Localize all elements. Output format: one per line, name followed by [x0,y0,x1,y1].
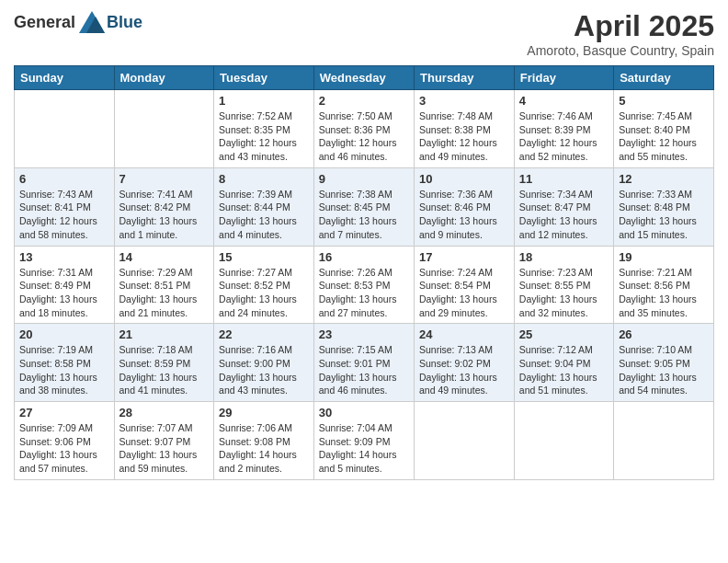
col-sunday: Sunday [15,66,115,90]
title-section: April 2025 Amoroto, Basque Country, Spai… [527,9,714,58]
day-info: Sunrise: 7:19 AMSunset: 8:58 PMDaylight:… [19,343,109,397]
day-number: 17 [419,250,509,264]
table-row: 12Sunrise: 7:33 AMSunset: 8:48 PMDayligh… [614,167,714,246]
day-number: 15 [219,250,309,264]
day-info: Sunrise: 7:09 AMSunset: 9:06 PMDaylight:… [19,421,109,476]
day-info: Sunrise: 7:18 AMSunset: 8:59 PMDaylight:… [119,343,210,397]
calendar-week-row: 13Sunrise: 7:31 AMSunset: 8:49 PMDayligh… [15,246,714,324]
day-number: 5 [619,94,709,108]
day-number: 16 [319,250,409,264]
table-row [114,90,214,168]
table-row: 27Sunrise: 7:09 AMSunset: 9:06 PMDayligh… [15,402,115,480]
calendar-week-row: 20Sunrise: 7:19 AMSunset: 8:58 PMDayligh… [15,324,714,402]
table-row: 28Sunrise: 7:07 AMSunset: 9:07 PMDayligh… [114,402,214,480]
calendar-week-row: 6Sunrise: 7:43 AMSunset: 8:41 PMDaylight… [15,167,714,246]
day-number: 23 [319,327,409,341]
day-number: 8 [219,172,309,186]
day-number: 3 [419,94,509,108]
col-saturday: Saturday [614,66,714,90]
day-info: Sunrise: 7:27 AMSunset: 8:52 PMDaylight:… [219,266,309,320]
day-info: Sunrise: 7:04 AMSunset: 9:09 PMDaylight:… [319,421,409,476]
table-row: 1Sunrise: 7:52 AMSunset: 8:35 PMDaylight… [214,90,314,168]
day-info: Sunrise: 7:13 AMSunset: 9:02 PMDaylight:… [419,343,509,397]
day-info: Sunrise: 7:07 AMSunset: 9:07 PMDaylight:… [119,421,210,476]
day-info: Sunrise: 7:29 AMSunset: 8:51 PMDaylight:… [119,266,210,320]
calendar-week-row: 27Sunrise: 7:09 AMSunset: 9:06 PMDayligh… [15,402,714,480]
calendar-week-row: 1Sunrise: 7:52 AMSunset: 8:35 PMDaylight… [15,90,714,168]
day-info: Sunrise: 7:50 AMSunset: 8:36 PMDaylight:… [319,109,409,164]
col-thursday: Thursday [415,66,515,90]
day-info: Sunrise: 7:39 AMSunset: 8:44 PMDaylight:… [219,188,309,242]
calendar-table: Sunday Monday Tuesday Wednesday Thursday… [14,65,714,480]
table-row: 14Sunrise: 7:29 AMSunset: 8:51 PMDayligh… [114,246,214,324]
day-info: Sunrise: 7:43 AMSunset: 8:41 PMDaylight:… [19,188,109,242]
calendar-header-row: Sunday Monday Tuesday Wednesday Thursday… [15,66,714,90]
day-number: 26 [619,327,709,341]
day-info: Sunrise: 7:45 AMSunset: 8:40 PMDaylight:… [619,109,709,164]
day-info: Sunrise: 7:21 AMSunset: 8:56 PMDaylight:… [619,266,709,320]
table-row: 23Sunrise: 7:15 AMSunset: 9:01 PMDayligh… [313,324,414,402]
day-number: 13 [19,250,109,264]
table-row: 13Sunrise: 7:31 AMSunset: 8:49 PMDayligh… [15,246,115,324]
day-number: 24 [419,327,509,341]
day-info: Sunrise: 7:52 AMSunset: 8:35 PMDaylight:… [219,109,309,164]
day-info: Sunrise: 7:41 AMSunset: 8:42 PMDaylight:… [119,188,210,242]
table-row: 30Sunrise: 7:04 AMSunset: 9:09 PMDayligh… [313,402,414,480]
main-container: General Blue April 2025 Amoroto, Basque … [0,0,728,494]
day-info: Sunrise: 7:33 AMSunset: 8:48 PMDaylight:… [619,188,709,242]
logo-blue: Blue [107,13,142,32]
day-number: 10 [419,172,509,186]
table-row [614,402,714,480]
table-row: 22Sunrise: 7:16 AMSunset: 9:00 PMDayligh… [214,324,314,402]
table-row: 24Sunrise: 7:13 AMSunset: 9:02 PMDayligh… [415,324,515,402]
table-row: 7Sunrise: 7:41 AMSunset: 8:42 PMDaylight… [114,167,214,246]
table-row [415,402,515,480]
table-row: 25Sunrise: 7:12 AMSunset: 9:04 PMDayligh… [514,324,613,402]
day-number: 12 [619,172,709,186]
day-info: Sunrise: 7:24 AMSunset: 8:54 PMDaylight:… [419,266,509,320]
day-info: Sunrise: 7:36 AMSunset: 8:46 PMDaylight:… [419,188,509,242]
col-tuesday: Tuesday [214,66,314,90]
table-row: 9Sunrise: 7:38 AMSunset: 8:45 PMDaylight… [313,167,414,246]
month-year: April 2025 [527,9,714,43]
day-info: Sunrise: 7:34 AMSunset: 8:47 PMDaylight:… [519,188,609,242]
table-row: 17Sunrise: 7:24 AMSunset: 8:54 PMDayligh… [415,246,515,324]
table-row: 29Sunrise: 7:06 AMSunset: 9:08 PMDayligh… [214,402,314,480]
day-info: Sunrise: 7:26 AMSunset: 8:53 PMDaylight:… [319,266,409,320]
day-number: 11 [519,172,609,186]
table-row: 18Sunrise: 7:23 AMSunset: 8:55 PMDayligh… [514,246,613,324]
logo-icon [77,9,107,35]
day-number: 18 [519,250,609,264]
table-row: 26Sunrise: 7:10 AMSunset: 9:05 PMDayligh… [614,324,714,402]
day-info: Sunrise: 7:46 AMSunset: 8:39 PMDaylight:… [519,109,609,164]
day-info: Sunrise: 7:15 AMSunset: 9:01 PMDaylight:… [319,343,409,397]
day-info: Sunrise: 7:31 AMSunset: 8:49 PMDaylight:… [19,266,109,320]
col-friday: Friday [514,66,613,90]
table-row: 10Sunrise: 7:36 AMSunset: 8:46 PMDayligh… [415,167,515,246]
day-number: 21 [119,327,210,341]
table-row: 4Sunrise: 7:46 AMSunset: 8:39 PMDaylight… [514,90,613,168]
day-number: 25 [519,327,609,341]
day-number: 6 [19,172,109,186]
day-info: Sunrise: 7:16 AMSunset: 9:00 PMDaylight:… [219,343,309,397]
day-number: 2 [319,94,409,108]
table-row [514,402,613,480]
day-number: 4 [519,94,609,108]
table-row: 6Sunrise: 7:43 AMSunset: 8:41 PMDaylight… [15,167,115,246]
day-info: Sunrise: 7:38 AMSunset: 8:45 PMDaylight:… [319,188,409,242]
col-wednesday: Wednesday [313,66,414,90]
day-info: Sunrise: 7:48 AMSunset: 8:38 PMDaylight:… [419,109,509,164]
table-row [15,90,115,168]
day-number: 1 [219,94,309,108]
day-number: 29 [219,406,309,419]
day-info: Sunrise: 7:12 AMSunset: 9:04 PMDaylight:… [519,343,609,397]
logo: General Blue [14,9,142,35]
header: General Blue April 2025 Amoroto, Basque … [14,9,714,58]
table-row: 2Sunrise: 7:50 AMSunset: 8:36 PMDaylight… [313,90,414,168]
day-info: Sunrise: 7:10 AMSunset: 9:05 PMDaylight:… [619,343,709,397]
table-row: 5Sunrise: 7:45 AMSunset: 8:40 PMDaylight… [614,90,714,168]
table-row: 8Sunrise: 7:39 AMSunset: 8:44 PMDaylight… [214,167,314,246]
day-number: 19 [619,250,709,264]
table-row: 19Sunrise: 7:21 AMSunset: 8:56 PMDayligh… [614,246,714,324]
day-number: 27 [19,406,109,419]
